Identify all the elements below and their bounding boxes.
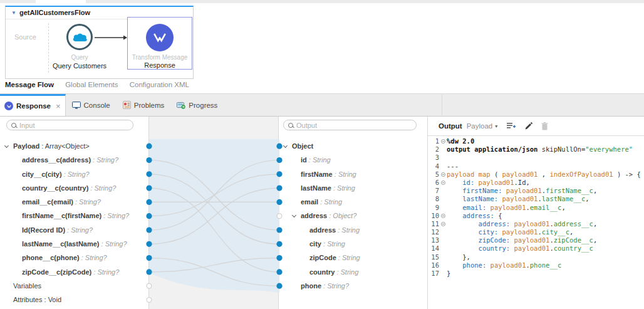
code-text: address: {: [447, 212, 502, 220]
close-icon[interactable]: ×: [56, 102, 61, 111]
input-node-phone-c-phone-[interactable]: phone__c(phone) : String?: [0, 251, 148, 264]
input-node-lastname-c-lastname-[interactable]: lastName__c(lastName) : String?: [0, 237, 148, 251]
tab-global-elements[interactable]: Global Elements: [65, 81, 118, 88]
node-type: : String?: [100, 240, 127, 248]
input-port-5[interactable]: [146, 213, 152, 219]
input-search-field[interactable]: [19, 122, 128, 129]
fold-column: [439, 179, 447, 187]
chevron-down-icon[interactable]: [292, 213, 296, 217]
input-port-2[interactable]: [146, 171, 152, 177]
input-node-attributes[interactable]: Attributes : Void: [0, 293, 148, 306]
tab-message-flow[interactable]: Message Flow: [5, 81, 54, 88]
output-node-zipcode[interactable]: zipCode : String: [279, 251, 427, 264]
code-line-14[interactable]: 14 country: payload01.country__c: [428, 244, 644, 253]
tab-console[interactable]: Console: [66, 94, 117, 116]
code-line-12[interactable]: 12 city: payload01.city__c,: [428, 228, 644, 236]
mapping-canvas[interactable]: [148, 117, 279, 309]
output-node-city[interactable]: city : String: [279, 237, 427, 251]
line-number: 16: [428, 261, 439, 270]
output-node-address[interactable]: address : String: [279, 223, 427, 237]
code-line-17[interactable]: 17}: [428, 270, 644, 278]
fold-column: [439, 187, 447, 195]
context-selector[interactable]: Payload: [467, 122, 493, 130]
chevron-down-icon[interactable]: [283, 144, 288, 148]
output-node-phone[interactable]: phone : String?: [279, 279, 427, 293]
output-node-object[interactable]: Object: [279, 139, 427, 153]
code-line-9[interactable]: 9 email: payload01.email__c,: [428, 204, 644, 212]
transform-message-node-selected[interactable]: Transform Message Response: [127, 17, 192, 70]
tab-progress[interactable]: Progress: [170, 94, 224, 116]
input-port-3[interactable]: [146, 186, 152, 191]
input-search-box[interactable]: [6, 120, 133, 130]
chevron-down-icon[interactable]: [4, 144, 9, 148]
input-tree-panel: Payload : Array<Object>address__c(addres…: [0, 117, 148, 309]
node-type: : String?: [65, 226, 93, 234]
code-line-5[interactable]: 5payload map ( payload01 , indexOfPayloa…: [428, 170, 644, 179]
output-node-id[interactable]: id : String: [279, 153, 427, 167]
fold-collapse-icon[interactable]: [441, 214, 445, 218]
code-line-15[interactable]: 15 },: [428, 253, 644, 261]
input-port-9[interactable]: [146, 269, 152, 275]
code-line-7[interactable]: 7 firstName: payload01.firstName__c,: [428, 187, 644, 195]
delete-icon[interactable]: [541, 122, 548, 130]
node-type: : String?: [321, 282, 349, 290]
input-port-7[interactable]: [146, 241, 152, 247]
fold-collapse-icon[interactable]: [441, 181, 445, 185]
output-node-address[interactable]: address : Object?: [279, 209, 427, 223]
output-node-lastname[interactable]: lastName : String: [279, 181, 427, 195]
code-line-6[interactable]: 6 id: payload01.Id,: [428, 179, 644, 187]
node-name: Object: [292, 142, 313, 150]
code-line-1[interactable]: 1%dw 2.0: [428, 137, 644, 145]
flow-getallcustomersflow[interactable]: ▼getAllCustomersFlow Source Query Query …: [5, 6, 194, 79]
code-text: payload map ( payload01 , indexOfPayload…: [447, 170, 641, 179]
output-node-country[interactable]: country : String: [279, 265, 427, 279]
output-node-firstname[interactable]: firstName : String: [279, 167, 427, 181]
input-port-8[interactable]: [146, 255, 152, 261]
dataweave-icon[interactable]: [146, 24, 174, 51]
code-line-2[interactable]: 2output application/json skipNullOn="eve…: [428, 145, 644, 154]
input-port-10[interactable]: [147, 283, 152, 288]
input-node-id-record-id-[interactable]: Id(Record ID) : String?: [0, 223, 148, 237]
fold-column: [439, 244, 447, 253]
add-transform-icon[interactable]: [506, 122, 516, 130]
input-port-4[interactable]: [146, 199, 152, 205]
salesforce-query-node[interactable]: [66, 24, 93, 50]
tab-progress-label: Progress: [189, 102, 217, 109]
code-line-8[interactable]: 8 lastName: payload01.lastName__c,: [428, 195, 644, 203]
tab-response[interactable]: Response ×: [0, 94, 66, 116]
code-line-4[interactable]: 4---: [428, 162, 644, 170]
input-node-city-c-city-[interactable]: city__c(city) : String?: [0, 167, 148, 181]
edit-icon[interactable]: [524, 122, 532, 130]
input-node-payload[interactable]: Payload : Array<Object>: [0, 139, 148, 153]
input-node-firstname-c-firstname-[interactable]: firstName__c(firstName) : String?: [0, 209, 148, 223]
fold-collapse-icon[interactable]: [441, 139, 445, 144]
dataweave-script-editor[interactable]: 1%dw 2.02output application/json skipNul…: [428, 137, 644, 309]
input-node-country-c-country-[interactable]: country__c(country) : String?: [0, 181, 148, 195]
input-port-1[interactable]: [146, 157, 152, 163]
tab-configuration-xml[interactable]: Configuration XML: [130, 81, 189, 88]
code-header-divider: [428, 135, 644, 136]
fold-column: [439, 195, 447, 203]
input-port-0[interactable]: [146, 144, 152, 149]
collapse-triangle-icon[interactable]: ▼: [11, 10, 16, 16]
fold-collapse-icon[interactable]: [441, 222, 445, 226]
input-node-variables[interactable]: Variables: [0, 279, 148, 293]
input-node-address-c-address-[interactable]: address__c(address) : String?: [0, 153, 148, 167]
code-line-16[interactable]: 16 phone: payload01.phone__c: [428, 261, 644, 270]
input-port-11[interactable]: [147, 298, 152, 303]
output-search-field[interactable]: [296, 122, 412, 129]
fold-collapse-icon[interactable]: [441, 172, 445, 177]
output-node-email[interactable]: email : String: [279, 195, 427, 209]
tab-problems[interactable]: Problems: [117, 94, 171, 116]
code-line-11[interactable]: 11 address: payload01.address__c,: [428, 220, 644, 228]
code-line-13[interactable]: 13 zipCode: payload01.zipCode__c,: [428, 236, 644, 244]
chevron-down-icon[interactable]: ▾: [495, 123, 497, 129]
input-port-6[interactable]: [146, 227, 152, 233]
code-line-3[interactable]: 3: [428, 154, 644, 162]
node-name: city__c(city): [22, 170, 62, 178]
input-node-zipcode-c-zipcode-[interactable]: zipCode__c(zipCode) : String?: [0, 265, 148, 279]
output-search-box[interactable]: [283, 120, 417, 130]
code-line-10[interactable]: 10 address: {: [428, 212, 644, 220]
salesforce-cloud-icon: [71, 31, 88, 43]
input-node-email-c-email-[interactable]: email__c(email) : String?: [0, 195, 148, 209]
